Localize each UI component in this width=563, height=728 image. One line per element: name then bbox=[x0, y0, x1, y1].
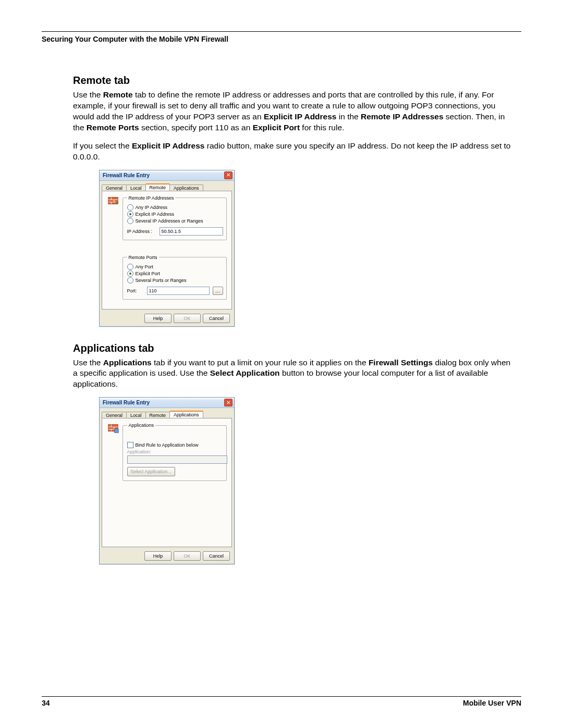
ip-label: IP Address : bbox=[127, 229, 156, 234]
radio-explicit-port[interactable] bbox=[127, 270, 133, 277]
firewall-icon bbox=[107, 423, 119, 434]
page-number: 34 bbox=[42, 699, 50, 707]
port-label: Port: bbox=[127, 288, 144, 293]
svg-rect-3 bbox=[115, 429, 118, 433]
remote-para-2: If you select the Explicit IP Address ra… bbox=[73, 141, 511, 163]
application-field-label: Application: bbox=[127, 449, 223, 454]
titlebar: Firewall Rule Entry ✕ bbox=[100, 398, 234, 408]
radio-any-ip[interactable] bbox=[127, 204, 133, 211]
ok-button[interactable]: OK bbox=[174, 314, 201, 323]
ok-button[interactable]: OK bbox=[174, 551, 201, 561]
dialog-applications: Firewall Rule Entry ✕ General Local Remo… bbox=[99, 397, 235, 564]
tabstrip: General Local Remote Applications bbox=[100, 181, 234, 191]
radio-several-ip[interactable] bbox=[127, 218, 133, 224]
group-legend: Applications bbox=[127, 423, 156, 428]
radio-explicit-ip[interactable] bbox=[127, 211, 133, 217]
help-button[interactable]: Help bbox=[144, 551, 172, 561]
remote-para-1: Use the Remote tab to define the remote … bbox=[73, 90, 511, 133]
group-legend: Remote Ports bbox=[127, 255, 159, 260]
cancel-button[interactable]: Cancel bbox=[203, 314, 230, 323]
titlebar: Firewall Rule Entry ✕ bbox=[100, 170, 234, 181]
port-input[interactable]: 110 bbox=[147, 287, 210, 295]
running-header: Securing Your Computer with the Mobile V… bbox=[42, 35, 521, 43]
port-browse-button[interactable]: … bbox=[213, 287, 223, 295]
group-legend: Remote IP Addresses bbox=[127, 195, 176, 201]
tabstrip: General Local Remote Applications bbox=[100, 408, 234, 418]
book-title: Mobile User VPN bbox=[463, 699, 521, 707]
radio-several-ports[interactable] bbox=[127, 277, 133, 283]
apps-para-1: Use the Applications tab if you want to … bbox=[73, 357, 511, 390]
firewall-icon bbox=[107, 195, 119, 207]
close-icon[interactable]: ✕ bbox=[224, 399, 232, 406]
tab-remote[interactable]: Remote bbox=[145, 183, 170, 191]
heading-applications-tab: Applications tab bbox=[73, 342, 511, 354]
tab-applications[interactable]: Applications bbox=[169, 411, 203, 418]
cancel-button[interactable]: Cancel bbox=[203, 551, 230, 561]
remote-ports-group: Remote Ports Any Port Explicit Port Seve… bbox=[123, 255, 227, 300]
dialog-title: Firewall Rule Entry bbox=[103, 400, 150, 405]
radio-any-port[interactable] bbox=[127, 264, 133, 270]
dialog-title: Firewall Rule Entry bbox=[103, 172, 150, 178]
applications-group: Applications Bind Rule to Application be… bbox=[123, 423, 227, 481]
close-icon[interactable]: ✕ bbox=[224, 171, 232, 179]
heading-remote-tab: Remote tab bbox=[73, 75, 511, 87]
bind-rule-checkbox[interactable] bbox=[127, 442, 133, 448]
application-input bbox=[127, 455, 227, 464]
dialog-remote: Firewall Rule Entry ✕ General Local Remo… bbox=[99, 170, 235, 327]
ip-input[interactable]: 50.50.1.5 bbox=[160, 227, 223, 236]
remote-ip-group: Remote IP Addresses Any IP Address Expli… bbox=[123, 195, 227, 240]
help-button[interactable]: Help bbox=[144, 314, 172, 323]
select-application-button[interactable]: Select Application... bbox=[127, 467, 175, 476]
